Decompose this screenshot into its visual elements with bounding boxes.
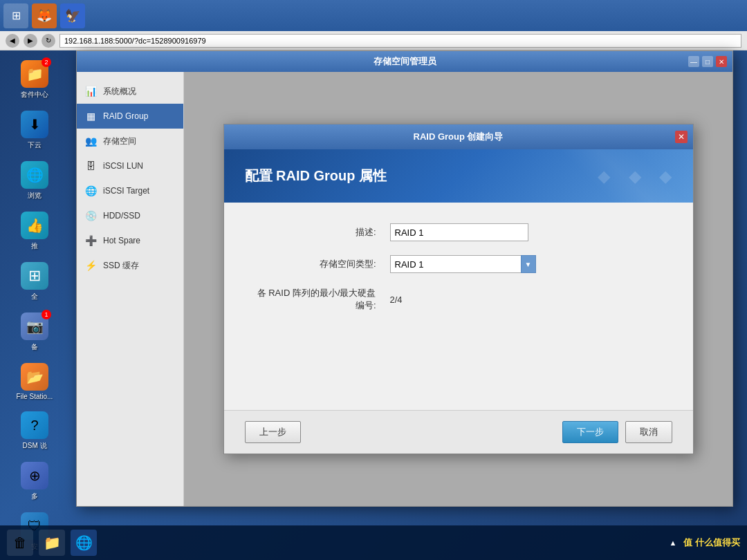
description-label: 描述:: [252, 226, 376, 239]
app-icon-2[interactable]: 🦅: [60, 3, 85, 28]
sidebar-label-hot-spare: Hot Spare: [103, 236, 140, 245]
window-body: 📊 系统概况 ▦ RAID Group 👥 存储空间 🗄 iSCSI LUN 🌐: [77, 72, 732, 506]
dialog-body: 描述: 存储空间类型: RAID 1 RAID 5: [224, 203, 693, 410]
hdd-ssd-icon: 💿: [84, 209, 98, 223]
desktop-icon-backup[interactable]: 📷 1 备: [3, 310, 66, 355]
sidebar-item-iscsi-lun[interactable]: 🗄 iSCSI LUN: [77, 153, 183, 178]
dialog-header-title: 配置 RAID Group 属性: [245, 168, 387, 183]
iscsi-lun-icon: 🗄: [84, 159, 98, 173]
ssd-cache-icon: ⚡: [84, 259, 98, 272]
sidebar-label-raid-group: RAID Group: [103, 111, 148, 121]
storage-window-title: 存储空间管理员: [374, 55, 436, 68]
prev-button[interactable]: 上一步: [245, 421, 301, 443]
back-button[interactable]: ◀: [6, 34, 19, 48]
dialog-footer: 上一步 下一步 取消: [224, 410, 693, 454]
storage-type-label: 存储空间类型:: [252, 258, 376, 270]
min-max-label: 各 RAID 阵列的最小/最大硬盘编号:: [252, 287, 376, 312]
storage-space-icon: 👥: [84, 134, 98, 148]
hot-spare-icon: ➕: [84, 234, 98, 248]
raid-group-icon: ▦: [84, 109, 98, 123]
desktop-icon-browse[interactable]: 🌐 浏览: [3, 158, 66, 203]
sidebar-label-storage-space: 存储空间: [103, 136, 136, 147]
taskbar-folder-icon[interactable]: 📁: [39, 530, 65, 556]
desktop-icon-file-station2[interactable]: 📂 File Statio...: [3, 360, 66, 403]
dialog-overlay: RAID Group 创建向导 ✕ 配置 RAID Group 属性: [184, 72, 732, 506]
storage-type-row: 存储空间类型: RAID 1 RAID 5 RAID 6 RAID 10 SHR…: [252, 255, 665, 273]
address-bar: ◀ ▶ ↻: [0, 31, 747, 50]
close-button[interactable]: ✕: [716, 56, 727, 67]
storage-manager-window: 存储空间管理员 — □ ✕ 📊 系统概况 ▦ RAID Group 👥: [76, 50, 733, 507]
iscsi-target-icon: 🌐: [84, 184, 98, 198]
taskbar-right-area: ▲ 值 什么值得买: [669, 536, 740, 549]
sidebar-label-overview: 系统概况: [103, 86, 136, 97]
description-input[interactable]: [390, 223, 528, 241]
window-controls: — □ ✕: [688, 56, 727, 67]
main-content: RAID Group 创建向导 ✕ 配置 RAID Group 属性: [184, 72, 732, 506]
sidebar-label-iscsi-lun: iSCSI LUN: [103, 161, 143, 171]
description-row: 描述:: [252, 223, 665, 241]
sidebar-item-raid-group[interactable]: ▦ RAID Group: [77, 104, 183, 129]
sidebar-item-overview[interactable]: 📊 系统概况: [77, 79, 183, 104]
next-button[interactable]: 下一步: [562, 421, 618, 443]
storage-type-select[interactable]: RAID 1 RAID 5 RAID 6 RAID 10 SHR SHR-2: [390, 255, 522, 273]
storage-window-titlebar: 存储空间管理员 — □ ✕: [77, 51, 732, 72]
min-max-row: 各 RAID 阵列的最小/最大硬盘编号: 2/4: [252, 287, 665, 312]
forward-button[interactable]: ▶: [24, 34, 37, 48]
desktop-icon-download[interactable]: ⬇ 下云: [3, 108, 66, 153]
sidebar-item-storage-space[interactable]: 👥 存储空间: [77, 129, 183, 153]
watermark-text: 值 什么值得买: [683, 536, 740, 549]
app-icon-1[interactable]: 🦊: [32, 3, 57, 28]
sidebar-item-hdd-ssd[interactable]: 💿 HDD/SSD: [77, 203, 183, 228]
taskbar-top: ⊞ 🦊 🦅: [0, 0, 747, 31]
desktop-icon-file-station[interactable]: 📁 2 套件中心: [3, 57, 66, 102]
overview-icon: 📊: [84, 84, 98, 98]
minimize-button[interactable]: —: [688, 56, 699, 67]
sidebar-label-ssd-cache: SSD 缓存: [103, 260, 139, 272]
desktop: ◀ ▶ ↻ ⊞ 🦊 🦅 📁 2 套件中心 ⬇ 下云: [0, 0, 747, 560]
sidebar-item-ssd-cache[interactable]: ⚡ SSD 缓存: [77, 253, 183, 278]
sidebar: 📊 系统概况 ▦ RAID Group 👥 存储空间 🗄 iSCSI LUN 🌐: [77, 72, 184, 506]
chevron-up-icon[interactable]: ▲: [669, 539, 676, 547]
taskbar-trash-icon[interactable]: 🗑: [7, 530, 33, 556]
header-decoration: [598, 167, 679, 186]
taskbar-chrome-icon[interactable]: 🌐: [71, 530, 97, 556]
maximize-button[interactable]: □: [702, 56, 713, 67]
sidebar-item-hot-spare[interactable]: ➕ Hot Spare: [77, 228, 183, 253]
dialog-titlebar: RAID Group 创建向导 ✕: [224, 124, 693, 149]
start-icon[interactable]: ⊞: [3, 3, 28, 28]
dialog-title: RAID Group 创建向导: [414, 131, 504, 143]
storage-type-select-wrap: RAID 1 RAID 5 RAID 6 RAID 10 SHR SHR-2 ▼: [390, 255, 536, 273]
desktop-icon-dsm[interactable]: ? DSM 说: [3, 409, 66, 454]
taskbar-bottom: 🗑 📁 🌐 ▲ 值 什么值得买: [0, 525, 747, 560]
sidebar-item-iscsi-target[interactable]: 🌐 iSCSI Target: [77, 178, 183, 203]
desktop-icon-all[interactable]: ⊞ 全: [3, 259, 66, 304]
raid-wizard-dialog: RAID Group 创建向导 ✕ 配置 RAID Group 属性: [223, 124, 694, 454]
desktop-icons-panel: 📁 2 套件中心 ⬇ 下云 🌐 浏览 👍 推 ⊞: [0, 50, 69, 560]
sidebar-label-iscsi-target: iSCSI Target: [103, 186, 149, 196]
desktop-icon-more[interactable]: ⊕ 多: [3, 459, 66, 504]
desktop-icon-recommend[interactable]: 👍 推: [3, 209, 66, 254]
cancel-button[interactable]: 取消: [625, 421, 672, 443]
url-input[interactable]: [59, 34, 741, 48]
dialog-close-button[interactable]: ✕: [675, 131, 688, 143]
select-arrow-icon[interactable]: ▼: [521, 255, 536, 273]
dialog-header: 配置 RAID Group 属性: [224, 149, 693, 203]
footer-right-buttons: 下一步 取消: [562, 421, 672, 443]
sidebar-label-hdd-ssd: HDD/SSD: [103, 211, 140, 221]
min-max-value: 2/4: [390, 295, 403, 305]
refresh-button[interactable]: ↻: [42, 34, 55, 48]
